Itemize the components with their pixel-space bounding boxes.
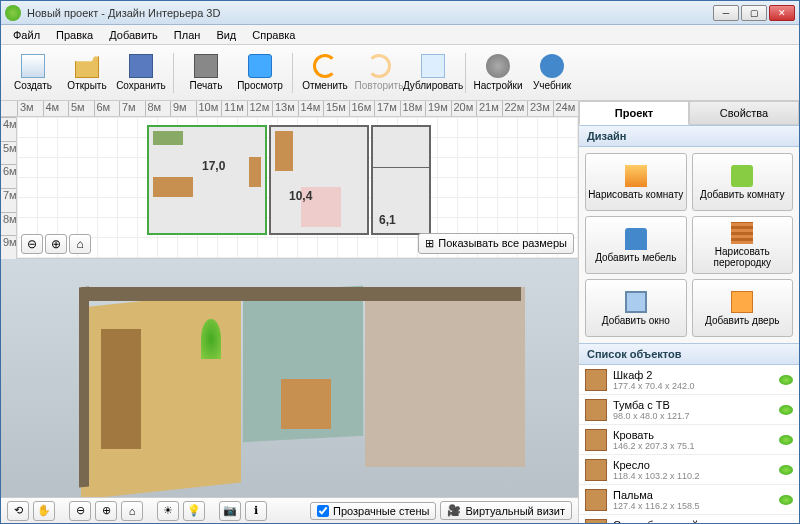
object-item[interactable]: Кресло118.4 x 103.2 x 110.2 <box>579 455 799 485</box>
object-item[interactable]: Шкаф 2177.4 x 70.4 x 242.0 <box>579 365 799 395</box>
object-thumbnail-icon <box>585 489 607 511</box>
design-section-header: Дизайн <box>579 125 799 147</box>
object-thumbnail-icon <box>585 369 607 391</box>
design-addroom-button[interactable]: Добавить комнату <box>692 153 794 211</box>
object-item[interactable]: Пальма127.4 x 116.2 x 158.5 <box>579 485 799 515</box>
room-area-1: 17,0 <box>202 159 225 173</box>
wall-icon <box>731 222 753 244</box>
toolbar-redo-button[interactable]: Повторить <box>353 49 405 97</box>
virtual-visit-button[interactable]: 🎥Виртуальный визит <box>440 501 572 520</box>
maximize-button[interactable]: ▢ <box>741 5 767 21</box>
info-button[interactable]: ℹ <box>245 501 267 521</box>
window-icon <box>625 291 647 313</box>
view-3d-canvas[interactable] <box>1 259 578 497</box>
titlebar: Новый проект - Дизайн Интерьера 3D ─ ▢ ✕ <box>1 1 799 25</box>
print-icon <box>194 54 218 78</box>
undo-icon <box>313 54 337 78</box>
home-view-button[interactable]: ⌂ <box>69 234 91 254</box>
set-icon <box>486 54 510 78</box>
menu-Справка[interactable]: Справка <box>244 27 303 43</box>
tab-properties[interactable]: Свойства <box>689 101 799 125</box>
toolbar-undo-button[interactable]: Отменить <box>299 49 351 97</box>
light-button[interactable]: ☀ <box>157 501 179 521</box>
draw-icon <box>625 165 647 187</box>
zoom-in-button[interactable]: ⊕ <box>45 234 67 254</box>
close-button[interactable]: ✕ <box>769 5 795 21</box>
light2-button[interactable]: 💡 <box>183 501 205 521</box>
toolbar-new-button[interactable]: Создать <box>7 49 59 97</box>
visibility-toggle-icon[interactable] <box>779 465 793 475</box>
design-door-button[interactable]: Добавить дверь <box>692 279 794 337</box>
reset-view-button[interactable]: ⌂ <box>121 501 143 521</box>
visibility-toggle-icon[interactable] <box>779 405 793 415</box>
design-wall-button[interactable]: Нарисовать перегородку <box>692 216 794 274</box>
design-draw-button[interactable]: Нарисовать комнату <box>585 153 687 211</box>
room-area-2: 10,4 <box>289 189 312 203</box>
toolbar-save-button[interactable]: Сохранить <box>115 49 167 97</box>
object-item[interactable]: Стол обеденный90.0 x 90.2 x 71.7 <box>579 515 799 523</box>
door-icon <box>731 291 753 313</box>
transparent-walls-checkbox[interactable]: Прозрачные стены <box>310 502 436 520</box>
menu-Вид[interactable]: Вид <box>208 27 244 43</box>
visibility-toggle-icon[interactable] <box>779 375 793 385</box>
object-thumbnail-icon <box>585 519 607 524</box>
object-list[interactable]: Шкаф 2177.4 x 70.4 x 242.0Тумба с ТВ98.0… <box>579 365 799 523</box>
visibility-toggle-icon[interactable] <box>779 495 793 505</box>
open-icon <box>75 54 99 78</box>
furn-icon <box>625 228 647 250</box>
right-panel: Проект Свойства Дизайн Нарисовать комнат… <box>579 101 799 523</box>
rotate-button[interactable]: ⟲ <box>7 501 29 521</box>
room-area-3: 6,1 <box>379 213 396 227</box>
dup-icon <box>421 54 445 78</box>
toolbar-open-button[interactable]: Открыть <box>61 49 113 97</box>
menu-Правка[interactable]: Правка <box>48 27 101 43</box>
toolbar-dup-button[interactable]: Дублировать <box>407 49 459 97</box>
toolbar-set-button[interactable]: Настройки <box>472 49 524 97</box>
help-icon <box>540 54 564 78</box>
object-item[interactable]: Кровать146.2 x 207.3 x 75.1 <box>579 425 799 455</box>
menubar: ФайлПравкаДобавитьПланВидСправка <box>1 25 799 45</box>
toolbar-view-button[interactable]: Просмотр <box>234 49 286 97</box>
menu-Добавить[interactable]: Добавить <box>101 27 166 43</box>
toolbar-print-button[interactable]: Печать <box>180 49 232 97</box>
objects-section-header: Список объектов <box>579 343 799 365</box>
minimize-button[interactable]: ─ <box>713 5 739 21</box>
room-2[interactable] <box>269 125 369 235</box>
addroom-icon <box>731 165 753 187</box>
room-1[interactable] <box>147 125 267 235</box>
zoom-out-3d-button[interactable]: ⊖ <box>69 501 91 521</box>
toolbar-help-button[interactable]: Учебник <box>526 49 578 97</box>
pan-button[interactable]: ✋ <box>33 501 55 521</box>
object-thumbnail-icon <box>585 429 607 451</box>
zoom-in-3d-button[interactable]: ⊕ <box>95 501 117 521</box>
show-dimensions-button[interactable]: ⊞Показывать все размеры <box>418 233 574 254</box>
ruler-vertical: 4м5м6м7м8м9м <box>1 117 17 259</box>
menu-Файл[interactable]: Файл <box>5 27 48 43</box>
design-window-button[interactable]: Добавить окно <box>585 279 687 337</box>
redo-icon <box>367 54 391 78</box>
save-icon <box>129 54 153 78</box>
object-thumbnail-icon <box>585 459 607 481</box>
ruler-horizontal: 3м4м5м6м7м8м9м10м11м12м13м14м15м16м17м18… <box>1 101 578 117</box>
plan-canvas-2d[interactable]: 17,0 10,4 6,1 ⊖ ⊕ ⌂ <box>17 117 578 259</box>
app-icon <box>5 5 21 21</box>
tab-project[interactable]: Проект <box>579 101 689 125</box>
camera-button[interactable]: 📷 <box>219 501 241 521</box>
window-title: Новый проект - Дизайн Интерьера 3D <box>27 7 713 19</box>
object-thumbnail-icon <box>585 399 607 421</box>
menu-План[interactable]: План <box>166 27 209 43</box>
bottom-toolbar: ⟲ ✋ ⊖ ⊕ ⌂ ☀ 💡 📷 ℹ Прозрачные стены 🎥Вирт… <box>1 497 578 523</box>
object-item[interactable]: Тумба с ТВ98.0 x 48.0 x 121.7 <box>579 395 799 425</box>
visibility-toggle-icon[interactable] <box>779 435 793 445</box>
toolbar: СоздатьОткрытьСохранитьПечатьПросмотрОтм… <box>1 45 799 101</box>
view-icon <box>248 54 272 78</box>
design-furn-button[interactable]: Добавить мебель <box>585 216 687 274</box>
new-icon <box>21 54 45 78</box>
zoom-out-button[interactable]: ⊖ <box>21 234 43 254</box>
